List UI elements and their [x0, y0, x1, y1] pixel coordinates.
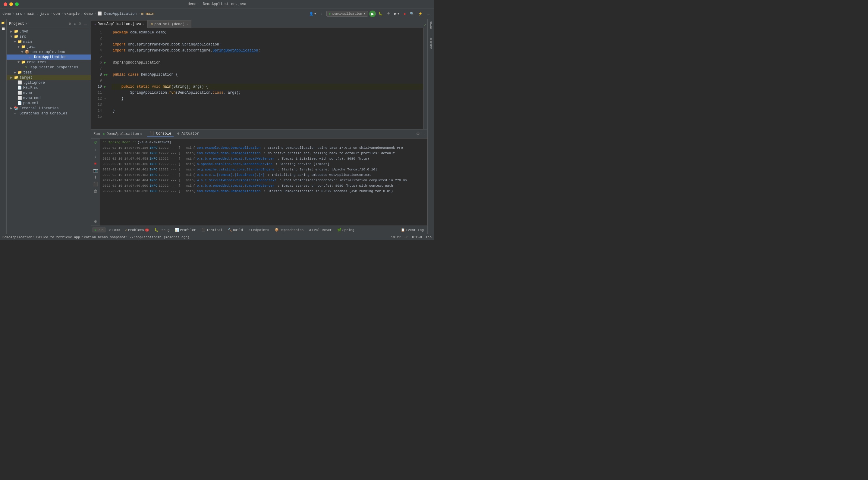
run-annotation-6[interactable]: ▶ — [104, 61, 106, 64]
breadcrumb-method[interactable]: m main — [141, 12, 154, 16]
log-class-8[interactable]: o.s.b.w.embedded.tomcat.TomcatWebServer — [197, 183, 274, 188]
breadcrumb-com[interactable]: com — [53, 12, 60, 16]
minimize-button[interactable] — [9, 2, 13, 6]
debug-button[interactable]: 🐛 — [377, 11, 384, 16]
tree-item-scratches[interactable]: ✏ Scratches and Consoles — [7, 111, 91, 116]
tree-item-helpmd[interactable]: 📄 HELP.md — [7, 85, 91, 90]
project-tool-hide[interactable]: — — [83, 22, 88, 26]
collapse-gutter-12[interactable]: v — [104, 97, 106, 100]
project-tool-locate[interactable]: ⊕ — [67, 22, 72, 26]
camera-button[interactable]: 📷 — [93, 167, 98, 173]
tab-evalreset[interactable]: ↺ Eval Reset — [307, 227, 334, 233]
stop-app-button[interactable]: ■ — [94, 161, 97, 166]
tab-terminal[interactable]: ⬛ Terminal — [199, 227, 225, 233]
settings-button[interactable]: ⚙ — [416, 132, 420, 136]
run-button[interactable]: ▶ — [369, 10, 376, 17]
tree-item-external-libraries[interactable]: ▶ 📚 External Libraries — [7, 106, 91, 111]
clear-button[interactable]: 🗑 — [93, 188, 98, 194]
breadcrumb-demo2[interactable]: demo — [84, 12, 93, 16]
tab-build[interactable]: 🔨 Build — [225, 227, 245, 233]
search-button[interactable]: 🔍 — [408, 11, 415, 16]
maximize-button[interactable] — [15, 2, 19, 6]
traffic-lights[interactable] — [4, 2, 19, 6]
tab-dependencies[interactable]: 📦 Dependencies — [272, 227, 306, 233]
wrap-button[interactable]: ⚙ — [93, 218, 98, 224]
scroll-down-button[interactable]: ↓ — [94, 153, 97, 159]
tab-profiler[interactable]: 📊 Profiler — [173, 227, 198, 233]
coverage-button[interactable]: ☂ — [385, 11, 392, 16]
scroll-toggle-button[interactable]: ⬇ — [93, 174, 98, 180]
tab-problems[interactable]: ⚠ Problems 4 — [123, 227, 151, 233]
restart-button[interactable]: ↺ — [93, 140, 98, 145]
tab-demoapplication[interactable]: ☕ DemoApplication.java ✕ — [91, 20, 148, 28]
breadcrumb-src[interactable]: src — [16, 12, 22, 16]
log-class-4[interactable]: o.apache.catalina.core.StandardService — [197, 162, 273, 167]
import-name-4b[interactable]: SpringBootApplication — [213, 47, 258, 54]
project-tool-collapse[interactable]: ≡ — [73, 22, 76, 26]
log-class-9[interactable]: com.example.demo.DemoApplication — [197, 188, 260, 194]
project-icon[interactable]: 📁 — [1, 21, 6, 26]
more-run-button[interactable]: ▶ ▾ — [393, 11, 401, 16]
fold-lines-button[interactable]: ⬛ — [93, 181, 98, 187]
log-class-3[interactable]: o.s.b.w.embedded.tomcat.TomcatWebServer — [197, 156, 274, 162]
tab-todo[interactable]: ☑ TODO — [106, 227, 122, 233]
tab-run[interactable]: ▶ Run — [92, 227, 106, 233]
tree-item-mvnw[interactable]: ⬜ mvnw — [7, 90, 91, 96]
run-configuration[interactable]: ▶ DemoApplication ▾ — [327, 11, 368, 16]
log-class-6[interactable]: o.a.c.c.C.[Tomcat].[localhost].[/] — [197, 172, 264, 178]
run-annotation-8b[interactable]: ▶ — [106, 73, 108, 76]
editor-scrollbar[interactable] — [423, 28, 427, 129]
log-class-2[interactable]: com.example.demo.DemoApplication — [197, 150, 260, 156]
tree-item-mvnwcmd[interactable]: ⬜ mvnw.cmd — [7, 96, 91, 101]
tree-item-target[interactable]: ▶ 📁 target — [7, 75, 91, 80]
tab-endpoints[interactable]: ⚡ Endpoints — [246, 227, 272, 233]
run-annotation-10[interactable]: ▶ — [104, 85, 106, 89]
tab-pomxml-close[interactable]: ✕ — [186, 23, 188, 26]
console-output[interactable]: :: Spring Boot :: (v3.0.0-SNAPSHOT) 2022… — [100, 139, 427, 226]
tab-console[interactable]: ⬛ Console — [147, 131, 174, 137]
tree-item-java[interactable]: ▼ 📁 java — [7, 44, 91, 49]
project-dropdown-arrow[interactable]: ▾ — [25, 22, 27, 26]
stop-button[interactable]: ■ — [402, 11, 407, 16]
tab-spring[interactable]: 🌿 Spring — [335, 227, 357, 233]
back-button[interactable]: ← — [319, 11, 325, 16]
breadcrumb-demo[interactable]: demo — [2, 12, 11, 16]
tree-item-appprops[interactable]: ⚙ application.properties — [7, 65, 91, 70]
database-icon[interactable]: Database — [429, 37, 433, 50]
code-editor[interactable]: 1 2 3 4 5 6 7 8 9 10 11 12 13 14 15 — [91, 28, 427, 129]
tree-item-test[interactable]: ▶ 📁 test — [7, 70, 91, 75]
maven-icon[interactable]: Maven — [429, 21, 433, 30]
tree-item-resources[interactable]: ▼ 📁 resources — [7, 60, 91, 65]
log-class-5[interactable]: org.apache.catalina.core.StandardEngine — [197, 167, 274, 172]
scroll-up-button[interactable]: ↑ — [94, 147, 97, 152]
tree-item-demoapplication[interactable]: ☕ DemoApplication — [7, 55, 91, 60]
tab-eventlog[interactable]: 📋 Event Log — [398, 227, 426, 233]
more-button[interactable]: … — [425, 11, 432, 16]
breadcrumb-main[interactable]: main — [27, 12, 36, 16]
line-endings[interactable]: LF — [404, 236, 408, 239]
tree-item-pomxml[interactable]: 📄 pom.xml — [7, 101, 91, 106]
tree-item-mvn[interactable]: ▶ 📁 .mvn — [7, 29, 91, 34]
tab-pomxml[interactable]: m pom.xml (demo) ✕ — [148, 20, 191, 28]
project-tool-settings[interactable]: ⚙ — [78, 22, 82, 26]
notification-button[interactable]: ⚡ — [417, 11, 424, 16]
cursor-position[interactable]: 10:27 — [391, 236, 401, 239]
close-button[interactable] — [4, 2, 7, 6]
log-class-7[interactable]: w.s.c.ServletWebServerApplicationContext — [197, 178, 276, 183]
breadcrumb-example[interactable]: example — [64, 12, 80, 16]
minimize-panel-button[interactable]: — — [421, 132, 425, 136]
tab-actuator[interactable]: ⚙ Actuator — [175, 131, 201, 137]
structure-icon[interactable]: ⬜ — [1, 27, 5, 31]
code-content[interactable]: package com.example.demo; import org.spr… — [110, 28, 423, 129]
tree-item-gitignore[interactable]: ⬜ .gitignore — [7, 80, 91, 85]
indent[interactable]: Tab — [426, 236, 432, 239]
tab-debug[interactable]: 🐛 Debug — [152, 227, 172, 233]
run-tab-close[interactable]: ✕ — [140, 132, 142, 136]
breadcrumb-class[interactable]: ⬜ DemoApplication — [97, 11, 136, 16]
tree-item-src[interactable]: ▼ 📁 src — [7, 34, 91, 39]
charset[interactable]: UTF-8 — [412, 236, 422, 239]
log-class-1[interactable]: com.example.demo.DemoApplication — [197, 145, 260, 150]
tab-demoapplication-close[interactable]: ✕ — [143, 22, 144, 26]
tree-item-main[interactable]: ▼ 📁 main — [7, 39, 91, 44]
vcs-button[interactable]: 👤 ▾ — [308, 11, 318, 16]
